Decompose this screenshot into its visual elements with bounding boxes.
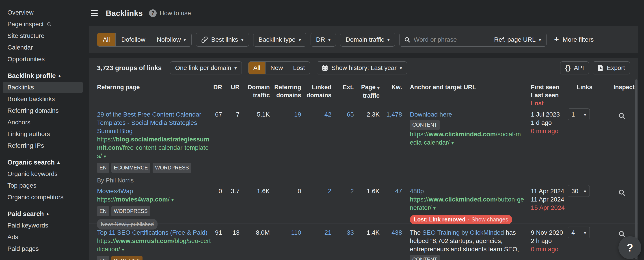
sidebar-item-anchors[interactable]: Anchors bbox=[0, 116, 89, 128]
chevron-down-icon[interactable]: ▾ bbox=[451, 140, 454, 146]
search-input[interactable] bbox=[414, 36, 481, 43]
col-domain-traffic[interactable]: Domain traffic bbox=[240, 83, 270, 107]
referring-page-link[interactable]: Top 11 SEO Certifications (Free & Paid) bbox=[97, 229, 208, 236]
table-header-row: Referring page DR UR Domain traffic Refe… bbox=[89, 78, 638, 105]
floating-help-button[interactable]: ? bbox=[618, 236, 641, 259]
linked-domains-value[interactable]: 2 bbox=[328, 188, 332, 194]
backlink-type-dropdown[interactable]: Backlink type ▾ bbox=[253, 33, 306, 46]
more-filters-button[interactable]: + More filters bbox=[554, 36, 594, 44]
show-history-dropdown[interactable]: Show history: Last year ▾ bbox=[316, 62, 407, 74]
sidebar-item-label: Referring IPs bbox=[8, 142, 44, 149]
segment-label: All bbox=[254, 64, 260, 72]
state-all-button[interactable]: All bbox=[248, 62, 265, 74]
col-dr[interactable]: DR bbox=[211, 83, 222, 107]
export-button[interactable]: Export bbox=[593, 62, 630, 74]
lost-link-pill[interactable]: Lost: Link removed · Show changes bbox=[410, 215, 512, 224]
menu-icon[interactable] bbox=[91, 8, 101, 18]
target-url[interactable]: https://www.clickminded.com/social-media… bbox=[410, 130, 524, 147]
referring-domains-value[interactable]: 19 bbox=[294, 111, 301, 118]
filter-nofollow-dropdown[interactable]: Nofollow ▾ bbox=[151, 33, 192, 46]
inspect-icon[interactable] bbox=[618, 112, 626, 120]
vertical-scrollbar[interactable] bbox=[635, 79, 638, 259]
col-ur[interactable]: UR bbox=[222, 83, 240, 107]
sidebar-item-paid-keywords[interactable]: Paid keywords bbox=[0, 220, 89, 231]
sidebar-item-referring-ips[interactable]: Referring IPs bbox=[0, 140, 89, 152]
anchor-link[interactable]: Download here bbox=[410, 111, 452, 118]
col-referring-page[interactable]: Referring page bbox=[97, 83, 211, 107]
sidebar-item-label: Overview bbox=[8, 9, 34, 16]
referring-page-url[interactable]: https://www.semrush.com/blog/seo-certifi… bbox=[97, 237, 211, 254]
state-new-button[interactable]: New bbox=[265, 62, 288, 74]
sidebar-item-paid-pages[interactable]: Paid pages bbox=[0, 243, 89, 254]
col-links[interactable]: Links bbox=[568, 83, 592, 107]
sidebar-item-organic-competitors[interactable]: Organic competitors bbox=[0, 192, 89, 203]
col-page-traffic[interactable]: Page ▾ traffic bbox=[354, 83, 380, 107]
kw-value[interactable]: 438 bbox=[392, 229, 402, 236]
col-inspect: Inspect bbox=[592, 83, 638, 107]
state-lost-button[interactable]: Lost bbox=[288, 62, 310, 74]
sidebar-item-backlinks[interactable]: Backlinks bbox=[3, 82, 83, 93]
dr-dropdown[interactable]: DR ▾ bbox=[310, 33, 336, 46]
inspect-icon[interactable] bbox=[618, 189, 626, 196]
kw-value[interactable]: 47 bbox=[395, 188, 402, 194]
chevron-down-icon[interactable]: ▾ bbox=[104, 154, 106, 159]
col-linked-domains[interactable]: Linked domains bbox=[301, 83, 332, 107]
chevron-down-icon[interactable]: ▾ bbox=[172, 197, 174, 202]
target-url[interactable]: https://www.clickminded.com/button-gener… bbox=[410, 195, 524, 212]
col-ext[interactable]: Ext. bbox=[332, 83, 354, 107]
help-circle-icon[interactable]: ? bbox=[149, 10, 157, 17]
sidebar-section-paid-search[interactable]: Paid search ▴ bbox=[0, 208, 89, 220]
sidebar-item-calendar[interactable]: Calendar bbox=[0, 42, 89, 53]
links-count-dropdown[interactable]: 4 ▾ bbox=[568, 226, 590, 238]
col-seen[interactable]: First seen Last seen Lost bbox=[531, 83, 568, 107]
col-anchor-target[interactable]: Anchor and target URL bbox=[410, 83, 524, 107]
sidebar-item-overview[interactable]: Overview bbox=[0, 7, 89, 18]
sidebar-item-organic-keywords[interactable]: Organic keywords bbox=[0, 168, 89, 180]
filter-dofollow-button[interactable]: Dofollow bbox=[116, 33, 151, 46]
sidebar-section-organic-search[interactable]: Organic search ▴ bbox=[0, 156, 89, 168]
linked-domains-value[interactable]: 42 bbox=[324, 111, 332, 118]
ext-value[interactable]: 33 bbox=[347, 229, 354, 236]
referring-page-link[interactable]: 29 of the Best Free Content Calendar Tem… bbox=[97, 111, 201, 134]
col-label: Last seen bbox=[531, 91, 568, 99]
sidebar-item-top-pages[interactable]: Top pages bbox=[0, 180, 89, 192]
anchor-link[interactable]: SEO Training by ClickMinded bbox=[422, 229, 504, 236]
filter-all-button[interactable]: All bbox=[97, 33, 116, 46]
anchor-link[interactable]: 480p bbox=[410, 188, 424, 194]
chevron-down-icon[interactable]: ▾ bbox=[433, 206, 436, 211]
tag-list: EN WORDPRESS bbox=[97, 206, 211, 216]
referring-page-link[interactable]: Movies4Wap bbox=[97, 188, 133, 194]
links-count-dropdown[interactable]: 1 ▾ bbox=[568, 108, 590, 120]
referring-page-url[interactable]: https://movies4wap.com/▾ bbox=[97, 195, 211, 204]
sidebar-item-linking-authors[interactable]: Linking authors bbox=[0, 128, 89, 140]
linked-domains-value[interactable]: 21 bbox=[324, 229, 332, 236]
link-mode-dropdown[interactable]: One link per domain ▾ bbox=[170, 62, 242, 74]
sidebar-item-label: Organic keywords bbox=[8, 170, 58, 178]
domain-traffic-dropdown[interactable]: Domain traffic ▾ bbox=[340, 33, 395, 46]
show-changes-link[interactable]: Show changes bbox=[472, 216, 508, 223]
links-count-dropdown[interactable]: 30 ▾ bbox=[568, 185, 590, 197]
inspect-icon[interactable] bbox=[618, 230, 626, 238]
ext-value[interactable]: 2 bbox=[350, 188, 354, 194]
ext-value[interactable]: 65 bbox=[347, 111, 354, 118]
referring-page-url[interactable]: https://blog.socialmediastrategiessummit… bbox=[97, 135, 211, 160]
sidebar-item-opportunities[interactable]: Opportunities bbox=[0, 53, 89, 65]
sidebar-section-backlink-profile[interactable]: Backlink profile ▴ bbox=[0, 70, 89, 82]
sidebar-item-page-inspect[interactable]: Page inspect bbox=[0, 18, 89, 30]
col-kw[interactable]: Kw. bbox=[380, 83, 402, 107]
last-seen: 2 h ago bbox=[531, 237, 568, 245]
chevron-down-icon[interactable]: ▾ bbox=[122, 247, 124, 252]
api-button[interactable]: {} API bbox=[560, 62, 589, 74]
sidebar-item-ads[interactable]: Ads bbox=[0, 231, 89, 243]
sidebar-item-referring-domains[interactable]: Referring domains bbox=[0, 105, 89, 116]
ref-page-url-dropdown[interactable]: Ref. page URL ▾ bbox=[489, 33, 546, 46]
col-referring-domains[interactable]: Referring domains bbox=[270, 83, 301, 107]
kw-value[interactable]: 1,478 bbox=[386, 111, 402, 118]
sidebar-item-site-structure[interactable]: Site structure bbox=[0, 30, 89, 42]
how-to-use-link[interactable]: How to use bbox=[160, 10, 191, 17]
best-link-tag: BEST LINK bbox=[111, 256, 142, 260]
sidebar-item-broken-backlinks[interactable]: Broken backlinks bbox=[0, 93, 89, 105]
referring-domains-value[interactable]: 110 bbox=[291, 229, 301, 236]
best-links-dropdown[interactable]: Best links ▾ bbox=[196, 33, 249, 46]
search-box[interactable] bbox=[400, 33, 489, 46]
